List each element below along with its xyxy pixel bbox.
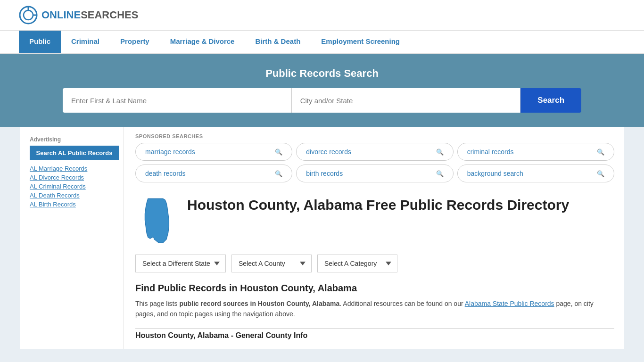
sidebar-ad-label: Advertising <box>30 136 119 143</box>
search-bar: Search <box>63 88 581 113</box>
site-header: ONLINESEARCHES <box>0 0 644 31</box>
content-area: SPONSORED SEARCHES marriage records 🔍 di… <box>124 127 614 349</box>
find-title: Find Public Records in Houston County, A… <box>135 283 614 294</box>
svg-point-1 <box>24 10 33 20</box>
nav-item-criminal[interactable]: Criminal <box>61 31 110 53</box>
main-content: Advertising Search AL Public Records AL … <box>20 127 624 349</box>
search-icon: 🔍 <box>275 148 282 156</box>
sponsored-label: SPONSORED SEARCHES <box>135 127 614 143</box>
hero-title: Public Records Search <box>19 67 625 80</box>
tag-marriage[interactable]: marriage records 🔍 <box>135 143 292 161</box>
nav-item-birth[interactable]: Birth & Death <box>245 31 311 53</box>
search-button[interactable]: Search <box>520 88 581 113</box>
page-title: Houston County, Alabama Free Public Reco… <box>187 197 569 214</box>
tag-birth[interactable]: birth records 🔍 <box>296 165 453 182</box>
county-dropdown[interactable]: Select A County <box>231 255 312 272</box>
tag-background[interactable]: background search 🔍 <box>457 165 614 182</box>
logo-text: ONLINESEARCHES <box>41 9 138 21</box>
location-input[interactable] <box>292 88 521 113</box>
find-text: This page lists public record sources in… <box>135 298 614 320</box>
section-subtitle: Houston County, Alabama - General County… <box>135 331 614 340</box>
state-records-link[interactable]: Alabama State Public Records <box>465 300 554 307</box>
section-divider <box>135 328 614 329</box>
hero-section: Public Records Search Search <box>0 54 644 127</box>
nav-item-public[interactable]: Public <box>19 31 61 53</box>
state-dropdown[interactable]: Select a Different State <box>135 255 226 272</box>
alabama-map <box>135 197 178 244</box>
state-shape <box>135 197 178 245</box>
tag-death[interactable]: death records 🔍 <box>135 165 292 182</box>
nav-item-employment[interactable]: Employment Screening <box>311 31 410 53</box>
sidebar: Advertising Search AL Public Records AL … <box>30 127 124 349</box>
search-icon: 🔍 <box>597 148 604 156</box>
page-header-area: Houston County, Alabama Free Public Reco… <box>135 192 614 245</box>
tag-criminal[interactable]: criminal records 🔍 <box>457 143 614 161</box>
logo-icon <box>19 6 38 25</box>
dropdowns-row: Select a Different State Select A County… <box>135 255 614 272</box>
category-dropdown[interactable]: Select A Category <box>317 255 397 272</box>
main-nav: Public Criminal Property Marriage & Divo… <box>0 31 644 54</box>
search-icon: 🔍 <box>436 170 444 177</box>
sidebar-link-death[interactable]: AL Death Records <box>30 192 119 199</box>
sidebar-link-birth[interactable]: AL Birth Records <box>30 201 119 208</box>
search-icon: 🔍 <box>597 170 604 177</box>
search-icon: 🔍 <box>436 148 444 156</box>
sidebar-link-marriage[interactable]: AL Marriage Records <box>30 165 119 172</box>
tag-divorce[interactable]: divorce records 🔍 <box>296 143 453 161</box>
sidebar-search-btn[interactable]: Search AL Public Records <box>30 146 119 160</box>
sidebar-link-criminal[interactable]: AL Criminal Records <box>30 183 119 190</box>
search-icon: 🔍 <box>275 170 282 177</box>
nav-item-marriage[interactable]: Marriage & Divorce <box>160 31 245 53</box>
logo[interactable]: ONLINESEARCHES <box>19 6 138 25</box>
name-input[interactable] <box>63 88 292 113</box>
sponsored-tags: marriage records 🔍 divorce records 🔍 cri… <box>135 143 614 182</box>
sidebar-link-divorce[interactable]: AL Divorce Records <box>30 174 119 181</box>
nav-item-property[interactable]: Property <box>110 31 160 53</box>
